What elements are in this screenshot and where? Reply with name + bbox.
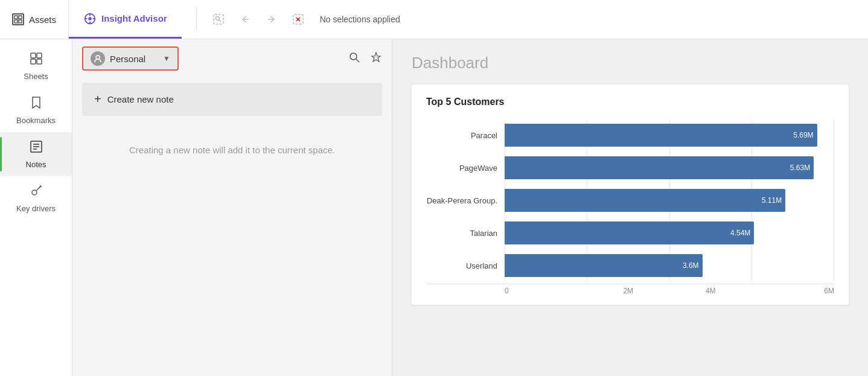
notes-empty-state: Creating a new note will add it to the c… [72, 121, 392, 376]
bar-label: Paracel [426, 131, 505, 140]
no-selections-label: No selections applied [320, 14, 400, 24]
search-action-btn[interactable] [209, 10, 228, 29]
svg-point-24 [32, 190, 37, 195]
bar-label: Deak-Perera Group. [426, 196, 505, 205]
x-axis-tick-3: 6M [752, 284, 835, 295]
bar-label: Talarian [426, 229, 505, 238]
svg-rect-17 [37, 53, 42, 58]
bar-row: Deak-Perera Group.5.11M [426, 185, 834, 216]
bar-label: Userland [426, 261, 505, 270]
bar-value: 5.69M [793, 131, 813, 139]
sidebar-item-key-drivers[interactable]: Key drivers [0, 176, 72, 220]
bar-fill: 5.11M [505, 189, 785, 212]
bar-value: 4.54M [730, 229, 750, 237]
bar-row: PageWave5.63M [426, 152, 834, 183]
topbar: Assets Insight Advisor [0, 0, 868, 39]
notes-space-label: Personal [110, 54, 158, 64]
svg-rect-0 [14, 16, 18, 19]
svg-rect-1 [19, 16, 22, 19]
insight-advisor-tab[interactable]: Insight Advisor [69, 0, 182, 39]
create-note-plus-icon: + [94, 92, 101, 106]
insight-advisor-icon [83, 12, 97, 25]
svg-point-5 [88, 17, 92, 21]
back-action-btn[interactable] [235, 10, 255, 29]
key-drivers-label: Key drivers [16, 204, 56, 213]
x-axis-tick-0: 0 [505, 284, 587, 295]
bar-area: 5.69M [505, 119, 834, 151]
bar-fill: 5.63M [505, 156, 814, 179]
bar-chart: Paracel5.69MPageWave5.63MDeak-Perera Gro… [426, 119, 834, 281]
dropdown-chevron-icon: ▼ [163, 54, 170, 63]
insight-advisor-label: Insight Advisor [101, 13, 167, 24]
bar-area: 5.11M [505, 185, 834, 216]
sidebar-item-notes[interactable]: Notes [0, 132, 72, 176]
svg-rect-18 [31, 59, 36, 64]
bar-area: 4.54M [505, 217, 834, 249]
bookmarks-label: Bookmarks [16, 116, 56, 125]
bar-value: 3.6M [683, 261, 699, 270]
chart-card: Top 5 Customers Paracel5.69MPageWave5.63… [412, 84, 849, 305]
svg-point-29 [96, 56, 100, 59]
svg-line-31 [356, 59, 359, 62]
bar-label: PageWave [426, 164, 505, 173]
assets-icon [12, 13, 24, 25]
svg-line-28 [39, 187, 40, 188]
chart-title: Top 5 Customers [426, 97, 834, 107]
bar-fill: 3.6M [505, 254, 703, 277]
main-content: Sheets Bookmarks Notes [0, 39, 868, 376]
bar-row: Paracel5.69M [426, 119, 834, 151]
notes-space-dropdown[interactable]: Personal ▼ [82, 46, 179, 71]
dashboard-area: Dashboard Top 5 Customers Paracel5.69MPa… [392, 39, 868, 376]
svg-rect-2 [14, 20, 18, 23]
notes-pin-icon[interactable] [370, 51, 382, 66]
svg-rect-16 [31, 53, 36, 58]
sidebar-item-sheets[interactable]: Sheets [0, 44, 72, 88]
x-axis-tick-1: 2M [587, 284, 670, 295]
key-drivers-icon [29, 183, 43, 200]
svg-line-12 [219, 20, 221, 22]
notes-label: Notes [26, 160, 46, 169]
forward-action-btn[interactable] [262, 10, 281, 29]
x-axis-tick-2: 4M [669, 284, 752, 295]
sidebar: Sheets Bookmarks Notes [0, 39, 72, 376]
clear-selections-btn[interactable] [289, 10, 308, 29]
svg-rect-3 [19, 20, 22, 23]
bar-row: Userland3.6M [426, 250, 834, 281]
personal-space-icon [91, 51, 105, 66]
assets-label: Assets [29, 14, 56, 25]
sheets-label: Sheets [24, 72, 48, 81]
sheets-icon [29, 51, 43, 68]
notes-empty-text: Creating a new note will add it to the c… [129, 145, 335, 155]
notes-panel-header: Personal ▼ [72, 39, 392, 78]
bar-area: 3.6M [505, 250, 834, 281]
x-axis: 0 2M 4M 6M [426, 284, 834, 295]
bar-area: 5.63M [505, 152, 834, 183]
svg-rect-10 [214, 14, 223, 24]
notes-icon [29, 139, 43, 156]
svg-point-30 [350, 53, 357, 60]
bar-fill: 4.54M [505, 221, 754, 244]
topbar-actions: No selections applied [182, 7, 410, 31]
notes-search-icon[interactable] [348, 51, 360, 66]
create-note-button[interactable]: + Create new note [82, 83, 382, 116]
bar-value: 5.11M [762, 196, 782, 205]
create-note-label: Create new note [107, 94, 174, 104]
chart-inner: Paracel5.69MPageWave5.63MDeak-Perera Gro… [426, 119, 834, 281]
topbar-divider [196, 7, 197, 31]
bar-row: Talarian4.54M [426, 217, 834, 249]
svg-rect-19 [37, 59, 42, 64]
bar-fill: 5.69M [505, 124, 817, 147]
sidebar-item-bookmarks[interactable]: Bookmarks [0, 88, 72, 132]
assets-button[interactable]: Assets [0, 0, 69, 39]
dashboard-title: Dashboard [412, 54, 849, 72]
notes-header-actions [348, 51, 382, 66]
bookmarks-icon [29, 95, 43, 112]
bar-value: 5.63M [790, 164, 810, 172]
notes-panel: Personal ▼ + Create new note [72, 39, 392, 376]
